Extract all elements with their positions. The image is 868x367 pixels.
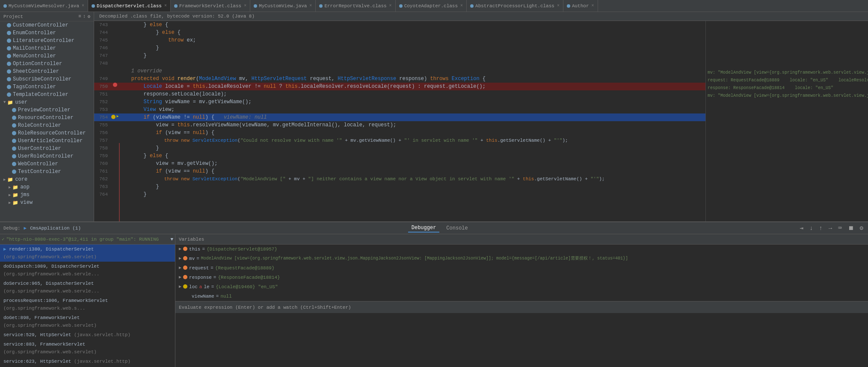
sidebar-icon3[interactable]: ⚙ [87,14,90,19]
sidebar-item-tagscontroller[interactable]: TagsController [0,83,94,91]
sidebar-item-menucontroller[interactable]: MenuController [0,52,94,60]
sidebar-item-templatecontroller[interactable]: TemplateController [0,91,94,98]
sidebar-item-rolercontroller[interactable]: RoleResourceController [0,129,94,137]
code-line-754: 754 ➤ if (viewName != null) { viewName: … [94,113,705,121]
filter-icon[interactable]: ▼ [170,237,173,242]
debug-step-into[interactable]: ↓ [808,225,814,232]
hint-line-1: mv: "ModelAndView [view={org.springframe… [708,69,866,77]
sidebar-item-userrolecontroller[interactable]: UserRoleController [0,152,94,160]
tab-console[interactable]: Console [443,224,471,232]
tab-close-apl[interactable]: × [557,3,560,8]
expand-this[interactable]: ▶ [179,245,181,253]
decompiled-notice: Decompiled .class file, bytecode version… [94,12,868,21]
tab-debugger[interactable]: Debugger [408,224,440,233]
tab-errorreportvalve[interactable]: ErrorReportValve.class × [316,0,395,12]
project-label: Project [3,14,23,19]
tab-close-auth[interactable]: × [592,3,594,8]
debug-stop[interactable]: ⏹ [847,225,855,232]
tab-close[interactable]: × [82,3,84,8]
debug-run-cursor[interactable]: → [827,225,833,232]
stack-frame-3[interactable]: processRequest:1006, FrameworkServlet (o… [0,296,175,313]
debug-label: Debug: [3,226,21,231]
code-line-749: 749 protected void render(ModelAndView m… [94,75,705,83]
breakpoint-750[interactable] [113,83,117,87]
thread-running-icon: ✓ [2,236,5,242]
stack-frame-4[interactable]: doGet:898, FrameworkServlet (org.springf… [0,313,175,330]
tab-dot-apl [470,4,474,8]
code-line-744: 744 } else { [94,29,705,36]
sidebar-item-userarticlecontroller[interactable]: UserArticleController [0,137,94,145]
tab-mycustomviewresolver[interactable]: MyCustomViewResolver.java × [0,0,88,12]
stack-frame-6[interactable]: service:883, FrameworkServlet (org.sprin… [0,340,175,357]
debug-toolbar: Debug: ▶ CmsApplication (1) Debugger Con… [0,222,868,234]
controller-icon [12,170,16,174]
sidebar-item-enumcontroller[interactable]: EnumController [0,29,94,37]
main-area: Project ≡ ↕ ⚙ CustomerController EnumCon… [0,12,868,221]
tab-dot-active [92,4,95,8]
code-panel[interactable]: 743 } else { 744 } else { 745 [94,21,705,221]
sidebar-icon2[interactable]: ↕ [83,14,86,19]
sidebar-folder-user[interactable]: ▼ 📁 user [0,98,94,106]
var-viewname: viewName = null [175,292,868,301]
var-this: ▶ this = {DispatcherServlet@18957} [175,245,868,254]
sidebar-item-webcontroller[interactable]: WebController [0,160,94,168]
stack-frame-1[interactable]: doDispatch:1089, DispatcherServlet (org.… [0,262,175,279]
breakpoint-754[interactable] [111,115,116,119]
expand-response[interactable]: ▶ [179,274,181,281]
sidebar-folder-jms[interactable]: ▶ 📁 jms [0,191,94,199]
sidebar-item-mailcontroller[interactable]: MailController [0,45,94,52]
tab-bar: MyCustomViewResolver.java × DispatcherSe… [0,0,868,12]
tab-close-ca[interactable]: × [460,3,463,8]
controller-icon [7,39,11,43]
stack-frame-5[interactable]: service:529, HttpServlet (javax.servlet.… [0,330,175,340]
sidebar-item-testcontroller[interactable]: TestController [0,168,94,176]
stack-frame-0[interactable]: ▶ render:1380, DispatcherServlet (org.sp… [0,245,175,262]
controller-icon [12,116,16,120]
tab-abstractprocessorlight[interactable]: AbstractProcessorLight.class × [467,0,563,12]
tab-close-active[interactable]: × [164,3,167,8]
sidebar-item-resourcecontroller[interactable]: ResourceController [0,114,94,122]
controller-icon [7,31,11,35]
eval-bar[interactable]: Evaluate expression (Enter) or add a wat… [175,301,868,313]
tab-close-erv[interactable]: × [389,3,392,8]
sidebar-item-subscribecontroller[interactable]: SubscribeController [0,75,94,83]
breakpoint-line [119,143,120,221]
code-line-760: 760 view = mv.getView(); [94,160,705,167]
sidebar-icon1[interactable]: ≡ [78,14,81,19]
sidebar-item-sheetcontroller[interactable]: SheetController [0,68,94,75]
debug-step-out[interactable]: ↑ [818,225,824,232]
sidebar-item-rolecontroller[interactable]: RoleController [0,122,94,129]
folder-icon-aop: 📁 [12,185,18,190]
var-dot-mv [183,256,187,260]
controller-icon [7,92,11,97]
tab-frameworkservlet[interactable]: FrameworkServlet.class × [171,0,250,12]
tab-coyoteadapter[interactable]: CoyoteAdapter.class × [396,0,467,12]
sidebar-folder-aop[interactable]: ▶ 📁 aop [0,183,94,191]
tab-mycustomview[interactable]: MyCustomView.java × [250,0,316,12]
sidebar-item-customercontroller[interactable]: CustomerController [0,21,94,29]
hint-line-2: request: RequestFacade@18889 locale: "en… [708,77,866,84]
tab-dispatcherservlet[interactable]: DispatcherServlet.class × [88,0,171,12]
debug-evaluate[interactable]: ⌨ [837,224,843,232]
debug-settings[interactable]: ⚙ [859,224,865,232]
sidebar-folder-core[interactable]: ▶ 📁 core [0,176,94,183]
sidebar: Project ≡ ↕ ⚙ CustomerController EnumCon… [0,12,94,221]
expand-mv[interactable]: ▶ [179,255,181,263]
code-line-762: 762 throw new ServletException("ModelAnd… [94,175,705,183]
tab-close-fw[interactable]: × [244,3,246,8]
debug-step-over[interactable]: ⇥ [798,224,804,232]
sidebar-folder-view[interactable]: ▶ 📁 view [0,199,94,206]
expand-request[interactable]: ▶ [179,264,181,272]
sidebar-item-usercontroller[interactable]: UserController [0,145,94,152]
stack-frame-7[interactable]: service:623, HttpServlet (javax.servlet.… [0,357,175,366]
stack-frame-2[interactable]: doService:965, DispatcherServlet (org.sp… [0,279,175,296]
sidebar-item-previewcontroller[interactable]: PreviewController [0,106,94,114]
expand-locale[interactable]: ▶ [179,283,181,291]
tab-close-cv[interactable]: × [309,3,312,8]
tab-author[interactable]: Author × [563,0,598,12]
bottom-split: ✓ "http-nio-8080-exec-3"@12,411 in group… [0,234,868,367]
debug-app-name[interactable]: CmsApplication (1) [30,226,81,231]
sidebar-item-optioncontroller[interactable]: OptionController [0,60,94,68]
sidebar-item-literaturecontroller[interactable]: LiteratureController [0,37,94,45]
controller-icon [7,23,11,27]
